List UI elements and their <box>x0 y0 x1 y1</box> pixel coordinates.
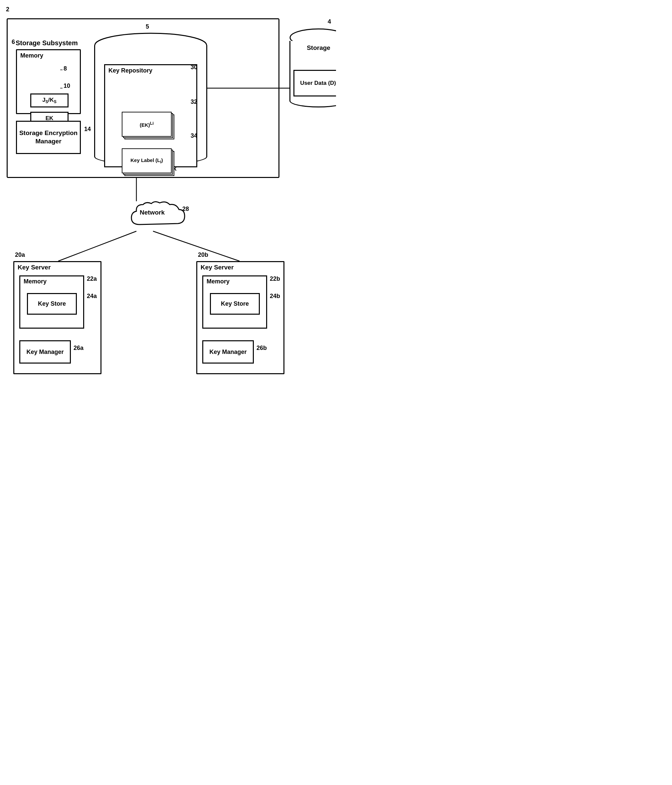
key-server-b-label: Key Server <box>201 264 233 271</box>
memory-inner-label-b: Memory <box>207 278 230 285</box>
key-server-a: Key Server 20a Memory Key Store 22a 24a … <box>13 261 102 374</box>
memory-label: Memory <box>20 52 43 59</box>
ref-26a: 26a <box>74 345 83 352</box>
key-label-stack: Key Label (Li) Key Label (Li) Key Label … <box>122 149 183 181</box>
ek-li-stack: (EK)Li (EK)Li (EK)Li <box>122 112 183 145</box>
storage-container: 4 Storage User Data (D) 12 <box>290 28 336 115</box>
init-disk-container: 5 Initialization Disk Key Repository (EK… <box>94 33 207 176</box>
js-ks-label: JS/KS <box>42 97 56 104</box>
ref-32: 32 <box>191 99 197 105</box>
key-manager-label-a: Key Manager <box>26 349 64 356</box>
storage-subsystem-label: Storage Subsystem <box>16 39 78 47</box>
ref-20a: 20a <box>15 252 25 258</box>
key-repo-box: Key Repository (EK)Li (EK)Li (EK)Li Key … <box>104 64 197 167</box>
ek-li-label1: (EK)Li <box>140 121 154 128</box>
ref-24a: 24a <box>87 293 97 300</box>
network-container: Network 28 <box>127 200 193 233</box>
svg-line-2 <box>153 231 240 261</box>
key-store-label-b: Key Store <box>221 300 249 307</box>
memory-inner-box-a: Memory Key Store <box>19 275 84 328</box>
ref-30: 30 <box>191 64 197 71</box>
ref-24b: 24b <box>270 293 280 300</box>
storage-subsystem-box: Storage Subsystem 6 Memory JS/KS EK 8 10… <box>7 18 279 178</box>
ref-6: 6 <box>12 39 15 45</box>
storage-label: Storage <box>290 44 336 52</box>
key-manager-box-a: Key Manager <box>19 340 71 364</box>
ref-10: 10 <box>64 83 70 89</box>
memory-box: Memory JS/KS EK <box>16 49 81 114</box>
memory-inner-box-b: Memory Key Store <box>202 275 267 328</box>
key-store-box-a: Key Store <box>27 293 77 315</box>
ref-20b: 20b <box>198 252 208 258</box>
ref-22a: 22a <box>87 275 97 282</box>
ref-22b: 22b <box>270 275 280 282</box>
ref-14: 14 <box>84 126 91 133</box>
key-store-box-b: Key Store <box>210 293 260 315</box>
sem-box: Storage Encryption Manager <box>16 121 81 154</box>
memory-inner-label-a: Memory <box>23 278 47 285</box>
ref-8: 8 <box>64 65 67 72</box>
key-manager-box-b: Key Manager <box>202 340 254 364</box>
user-data-label: User Data (D) <box>300 80 336 86</box>
user-data-box: User Data (D) <box>293 70 336 97</box>
key-repo-label: Key Repository <box>108 67 152 74</box>
network-label: Network <box>140 209 164 216</box>
ref-28: 28 <box>182 206 189 213</box>
ref-34: 34 <box>191 132 197 139</box>
ref-4: 4 <box>328 18 331 25</box>
ref-5: 5 <box>146 23 149 30</box>
key-server-a-label: Key Server <box>18 264 50 271</box>
ref-26b: 26b <box>257 345 267 352</box>
key-store-label-a: Key Store <box>38 300 66 307</box>
diagram-root: 2 Storage Subsystem 6 Memory JS/KS EK 8 … <box>0 0 336 392</box>
sem-label: Storage Encryption Manager <box>17 129 80 145</box>
key-label1: Key Label (Li) <box>130 157 163 164</box>
js-ks-box: JS/KS <box>30 94 69 108</box>
svg-line-1 <box>58 231 136 261</box>
key-manager-label-b: Key Manager <box>209 349 246 356</box>
key-server-b: Key Server 20b Memory Key Store 22b 24b … <box>196 261 284 374</box>
ref-2: 2 <box>6 6 9 13</box>
